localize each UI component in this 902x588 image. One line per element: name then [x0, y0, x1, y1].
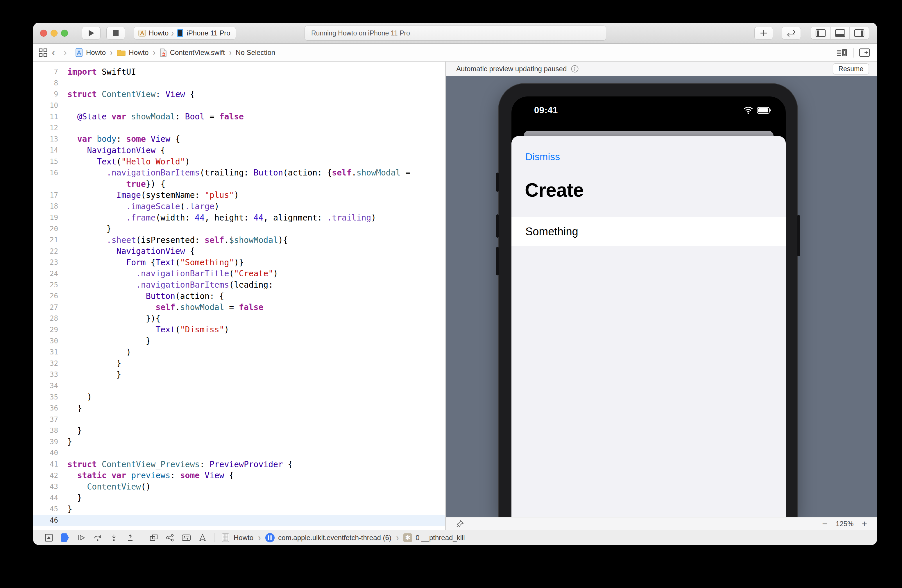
- code-text[interactable]: }: [67, 437, 72, 447]
- breadcrumb-group[interactable]: Howto: [129, 48, 149, 57]
- code-line-7[interactable]: 7import SwiftUI: [33, 66, 445, 78]
- stop-button[interactable]: [106, 27, 125, 39]
- code-text[interactable]: .navigationBarTitle("Create"): [67, 269, 278, 278]
- code-line-31[interactable]: 31 ): [33, 347, 445, 358]
- line-number[interactable]: 39: [33, 438, 58, 446]
- run-button[interactable]: [82, 27, 100, 39]
- code-line-30[interactable]: 30 }: [33, 335, 445, 347]
- code-line-17[interactable]: 17 Image(systemName: "plus"): [33, 190, 445, 201]
- code-line-23[interactable]: 23 Form {Text("Something")}: [33, 257, 445, 268]
- code-text[interactable]: struct ContentView: View {: [67, 89, 195, 99]
- step-into-button[interactable]: [106, 531, 122, 544]
- library-button[interactable]: [754, 27, 773, 39]
- toggle-debug-area-button[interactable]: [830, 27, 850, 39]
- info-icon[interactable]: [571, 65, 579, 73]
- line-number[interactable]: 19: [33, 214, 58, 222]
- code-line-wrap[interactable]: true}) {: [33, 178, 445, 190]
- code-text[interactable]: }: [67, 370, 121, 379]
- code-line-22[interactable]: 22 NavigationView {: [33, 246, 445, 257]
- resume-button[interactable]: Resume: [833, 63, 869, 74]
- line-number[interactable]: 35: [33, 393, 58, 401]
- code-line-20[interactable]: 20 }: [33, 223, 445, 235]
- code-line-21[interactable]: 21 .sheet(isPresented: self.$showModal){: [33, 235, 445, 246]
- code-text[interactable]: ): [67, 347, 131, 357]
- go-back-button[interactable]: ‹: [48, 47, 59, 58]
- line-number[interactable]: 27: [33, 303, 58, 311]
- source-editor[interactable]: 7import SwiftUI89struct ContentView: Vie…: [33, 62, 445, 530]
- code-line-25[interactable]: 25 .navigationBarItems(leading:: [33, 279, 445, 291]
- line-number[interactable]: 36: [33, 404, 58, 412]
- code-text[interactable]: NavigationView {: [67, 246, 195, 256]
- line-number[interactable]: 14: [33, 146, 58, 154]
- line-number[interactable]: 13: [33, 135, 58, 143]
- code-line-27[interactable]: 27 self.showModal = false: [33, 302, 445, 313]
- line-number[interactable]: 40: [33, 449, 58, 457]
- code-text[interactable]: ): [67, 392, 92, 402]
- code-text[interactable]: true}) {: [67, 179, 165, 189]
- code-text[interactable]: }: [67, 224, 111, 234]
- zoom-window-button[interactable]: [61, 30, 68, 37]
- code-line-42[interactable]: 42 static var previews: some View {: [33, 470, 445, 481]
- line-number[interactable]: 38: [33, 427, 58, 435]
- code-line-11[interactable]: 11 @State var showModal: Bool = false: [33, 111, 445, 122]
- code-line-32[interactable]: 32 }: [33, 358, 445, 369]
- memory-graph-button[interactable]: [162, 531, 178, 544]
- code-line-16[interactable]: 16 .navigationBarItems(trailing: Button(…: [33, 167, 445, 178]
- line-number[interactable]: 24: [33, 270, 58, 278]
- line-number[interactable]: 45: [33, 505, 58, 513]
- line-number[interactable]: 43: [33, 483, 58, 491]
- code-line-9[interactable]: 9struct ContentView: View {: [33, 89, 445, 100]
- view-hierarchy-button[interactable]: [146, 531, 162, 544]
- code-line-29[interactable]: 29 Text("Dismiss"): [33, 324, 445, 336]
- line-number[interactable]: 18: [33, 202, 58, 210]
- editor-options-button[interactable]: [836, 48, 848, 57]
- code-text[interactable]: .navigationBarItems(leading:: [67, 280, 273, 289]
- line-number[interactable]: 11: [33, 113, 58, 121]
- code-line-45[interactable]: 45}: [33, 504, 445, 515]
- code-line-8[interactable]: 8: [33, 78, 445, 89]
- line-number[interactable]: 29: [33, 326, 58, 334]
- line-number[interactable]: 16: [33, 169, 58, 177]
- line-number[interactable]: 42: [33, 472, 58, 480]
- line-number[interactable]: 7: [33, 68, 58, 76]
- line-number[interactable]: 28: [33, 314, 58, 322]
- code-text[interactable]: }: [67, 358, 121, 368]
- code-line-39[interactable]: 39}: [33, 436, 445, 448]
- swap-editors-button[interactable]: [782, 27, 801, 39]
- code-text[interactable]: }: [67, 403, 82, 413]
- line-number[interactable]: 37: [33, 416, 58, 424]
- code-text[interactable]: self.showModal = false: [67, 302, 263, 312]
- code-line-15[interactable]: 15 Text("Hello World"): [33, 156, 445, 167]
- code-text[interactable]: }: [67, 336, 151, 346]
- code-text[interactable]: Button(action: {: [67, 291, 224, 301]
- code-line-26[interactable]: 26 Button(action: {: [33, 291, 445, 302]
- code-line-13[interactable]: 13 var body: some View {: [33, 134, 445, 145]
- line-number[interactable]: 22: [33, 247, 58, 255]
- close-window-button[interactable]: [40, 30, 47, 37]
- line-number[interactable]: 33: [33, 371, 58, 378]
- line-number[interactable]: 12: [33, 124, 58, 132]
- code-line-40[interactable]: 40: [33, 447, 445, 459]
- step-over-button[interactable]: [89, 531, 106, 544]
- code-line-12[interactable]: 12: [33, 122, 445, 134]
- code-text[interactable]: ContentView(): [67, 482, 151, 491]
- toggle-inspector-button[interactable]: [850, 27, 869, 39]
- related-items-button[interactable]: [38, 48, 48, 57]
- zoom-out-button[interactable]: −: [822, 519, 828, 529]
- code-text[interactable]: .frame(width: 44, height: 44, alignment:…: [67, 213, 376, 222]
- code-text[interactable]: }: [67, 426, 82, 435]
- toggle-navigator-button[interactable]: [811, 27, 830, 39]
- code-text[interactable]: var body: some View {: [67, 134, 180, 144]
- code-text[interactable]: .imageScale(.large): [67, 202, 219, 211]
- pin-icon[interactable]: [456, 519, 464, 528]
- simulate-location-button[interactable]: [194, 531, 211, 544]
- code-text[interactable]: Text("Dismiss"): [67, 325, 229, 335]
- line-number[interactable]: 31: [33, 348, 58, 356]
- line-number[interactable]: 20: [33, 225, 58, 233]
- debug-frame-label[interactable]: 0 __pthread_kill: [415, 534, 465, 542]
- zoom-in-button[interactable]: +: [861, 519, 867, 529]
- line-number[interactable]: 17: [33, 191, 58, 199]
- breadcrumb-selection[interactable]: No Selection: [236, 48, 275, 57]
- code-line-24[interactable]: 24 .navigationBarTitle("Create"): [33, 268, 445, 280]
- code-text[interactable]: .sheet(isPresented: self.$showModal){: [67, 235, 288, 245]
